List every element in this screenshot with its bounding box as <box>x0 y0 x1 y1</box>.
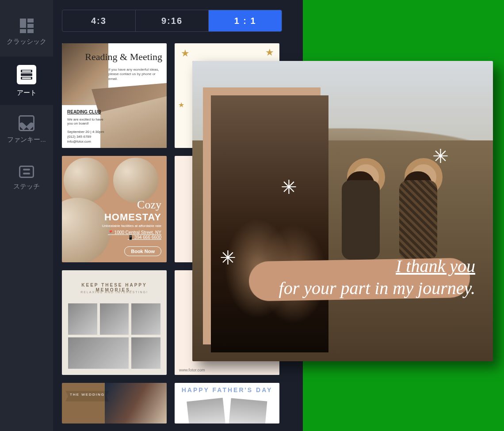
template-meta-mail: info@fotor.com <box>67 139 104 144</box>
template-meta: September 20 | 4:30pm (012) 345 6789 inf… <box>67 129 104 144</box>
template-text: Cozy <box>102 198 161 212</box>
sidebar-item-funky[interactable]: ファンキー... <box>0 105 53 154</box>
design-canvas[interactable]: ✳ ✳ ✳ ✳ I thank you for your part in my … <box>192 61 493 361</box>
classic-icon <box>20 19 34 33</box>
template-photo <box>64 158 109 203</box>
sidebar-item-label: アート <box>17 89 37 97</box>
template-photo <box>187 398 225 423</box>
template-text: HOMESTAY <box>102 212 161 223</box>
template-tel: 394 666 6600 <box>134 235 161 240</box>
template-footer: www.fotor.com <box>175 365 279 375</box>
ratio-tab-9-16[interactable]: 9:16 <box>136 10 209 31</box>
ratio-tabs: 4:3 9:16 1 : 1 <box>62 10 282 32</box>
template-text: We are excited to have you on board! <box>67 117 107 125</box>
star-icon: ★ <box>178 101 184 109</box>
sidebar: クラッシック アート ファンキー... ステッチ <box>0 0 53 431</box>
template-wedding[interactable]: THE WEDDING <box>62 383 167 423</box>
sidebar-item-stitch[interactable]: ステッチ <box>0 154 53 202</box>
template-text: Unbeatable facilities at affordable rate <box>102 224 161 228</box>
template-photo <box>229 398 267 423</box>
sidebar-item-art[interactable]: アート <box>0 57 53 105</box>
template-reading-meeting[interactable]: Reading & Meeting If you have any wonder… <box>62 43 167 148</box>
template-meta-tel: (012) 345 6789 <box>67 134 104 139</box>
svg-rect-3 <box>22 70 31 72</box>
star-icon: ★ <box>181 48 190 59</box>
template-subtitle: If you have any wonderful ideas, please … <box>108 68 161 81</box>
ratio-tab-1-1[interactable]: 1 : 1 <box>209 10 282 31</box>
template-contact: 📍 1000 Central Street, NY 📱 394 666 6600 <box>108 230 161 240</box>
canvas-area: ✳ ✳ ✳ ✳ I thank you for your part in my … <box>303 0 504 431</box>
template-meta-date: September 20 | 4:30pm <box>67 129 104 134</box>
sidebar-item-label: ステッチ <box>13 182 40 191</box>
ratio-tab-4-3[interactable]: 4:3 <box>62 10 136 31</box>
canvas-text-line1: I thank you <box>396 256 475 276</box>
template-photo <box>105 383 167 423</box>
template-banner: THE WEDDING <box>65 391 109 401</box>
canvas-inset-photo <box>211 95 328 352</box>
sidebar-item-label: ファンキー... <box>7 136 46 144</box>
template-photo-grid <box>68 303 160 369</box>
template-fathers-day[interactable]: HAPPY FATHER'S DAY <box>175 383 279 423</box>
template-photo <box>113 158 158 203</box>
stitch-icon <box>19 166 34 178</box>
template-text-block: Cozy HOMESTAY Unbeatable facilities at a… <box>102 198 161 228</box>
svg-rect-1 <box>21 73 32 76</box>
template-title: Reading & Meeting <box>85 51 162 63</box>
heart-icon <box>19 115 34 131</box>
star-icon: ★ <box>265 47 274 58</box>
book-now-button: Book Now <box>124 246 161 256</box>
svg-rect-4 <box>22 77 31 79</box>
template-subheading: RELAXING AND INTERESTING! <box>62 291 167 294</box>
art-icon <box>17 65 36 84</box>
canvas-text[interactable]: I thank you for your part in my journey. <box>279 255 475 299</box>
phone-icon: 📱 394 666 6600 <box>108 235 161 240</box>
canvas-text-line2: for your part in my journey. <box>279 278 475 298</box>
template-memories[interactable]: KEEP THESE HAPPY MEMORIES. RELAXING AND … <box>62 270 167 375</box>
sidebar-item-classic[interactable]: クラッシック <box>0 8 53 57</box>
template-heading: HAPPY FATHER'S DAY <box>175 386 279 393</box>
template-heading: READING CLUB <box>67 110 101 114</box>
sidebar-item-label: クラッシック <box>7 38 46 46</box>
pin-icon: 📍 1000 Central Street, NY <box>108 230 161 235</box>
template-homestay[interactable]: Cozy HOMESTAY Unbeatable facilities at a… <box>62 156 167 262</box>
template-address: 1000 Central Street, NY <box>115 230 161 235</box>
